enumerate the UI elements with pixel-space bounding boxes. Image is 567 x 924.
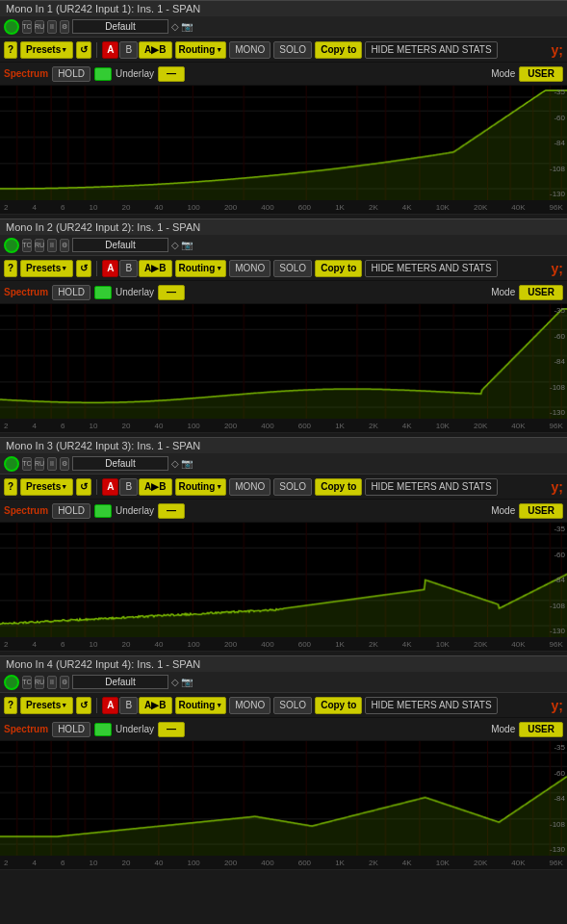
solo-button-1[interactable]: SOLO bbox=[273, 41, 312, 59]
a-button-1[interactable]: A bbox=[102, 41, 118, 59]
preset-name-1[interactable]: Default bbox=[72, 19, 168, 34]
mono-button-4[interactable]: MONO bbox=[229, 697, 271, 714]
b-button-1[interactable]: B bbox=[119, 41, 138, 59]
copyto-button-2[interactable]: Copy to bbox=[315, 260, 362, 277]
separator1-4 bbox=[96, 698, 97, 713]
preset-name-4[interactable]: Default bbox=[72, 675, 168, 689]
presets-button-4[interactable]: Presets ▼ bbox=[20, 697, 73, 714]
ab-group-2: A B A▶B bbox=[102, 260, 171, 277]
mode-button-3[interactable]: USER bbox=[519, 503, 563, 519]
tb-btn1-1[interactable]: TC bbox=[22, 20, 32, 34]
camera-icon-1[interactable]: 📷 bbox=[181, 21, 193, 32]
hold-button-1[interactable]: HOLD bbox=[52, 66, 90, 82]
tb-btn4-3[interactable]: ⚙ bbox=[60, 457, 69, 471]
a-button-2[interactable]: A bbox=[102, 260, 118, 277]
hide-button-2[interactable]: HIDE METERS AND STATS bbox=[365, 260, 497, 277]
undo-button-1[interactable]: ↺ bbox=[76, 41, 91, 59]
routing-button-2[interactable]: Routing ▼ bbox=[175, 260, 227, 277]
led-2[interactable] bbox=[94, 286, 112, 299]
mono-button-3[interactable]: MONO bbox=[229, 478, 271, 496]
help-button-4[interactable]: ? bbox=[4, 697, 17, 714]
ab-button-2[interactable]: A▶B bbox=[139, 260, 171, 277]
ab-button-1[interactable]: A▶B bbox=[139, 41, 171, 59]
mode-button-1[interactable]: USER bbox=[519, 66, 563, 82]
camera-icon-2[interactable]: 📷 bbox=[181, 240, 193, 250]
freq-axis-2: 2 4 6 10 20 40 100 200 400 600 1K 2K 4K … bbox=[0, 420, 567, 433]
b-button-2[interactable]: B bbox=[119, 260, 138, 277]
power-button-3[interactable] bbox=[4, 456, 19, 472]
undo-button-2[interactable]: ↺ bbox=[76, 260, 91, 277]
presets-button-3[interactable]: Presets ▼ bbox=[20, 478, 73, 496]
hide-button-1[interactable]: HIDE METERS AND STATS bbox=[365, 41, 497, 59]
spectrum-display-1: -35 -60 -84 -108 -130 bbox=[0, 86, 567, 201]
led-3[interactable] bbox=[94, 504, 112, 518]
routing-button-4[interactable]: Routing ▼ bbox=[175, 697, 227, 714]
b-button-4[interactable]: B bbox=[119, 697, 138, 714]
underlay-select-1[interactable]: — bbox=[158, 66, 185, 82]
routing-button-1[interactable]: Routing ▼ bbox=[175, 41, 227, 59]
tb-btn1-4[interactable]: TC bbox=[22, 676, 32, 689]
tb-btn4-4[interactable]: ⚙ bbox=[60, 676, 69, 689]
hold-button-4[interactable]: HOLD bbox=[52, 722, 90, 737]
preset-name-3[interactable]: Default bbox=[72, 456, 168, 471]
underlay-select-3[interactable]: — bbox=[158, 503, 185, 519]
b-button-3[interactable]: B bbox=[119, 478, 138, 496]
undo-button-4[interactable]: ↺ bbox=[76, 697, 91, 714]
help-button-3[interactable]: ? bbox=[4, 478, 17, 496]
hide-button-3[interactable]: HIDE METERS AND STATS bbox=[365, 478, 497, 496]
ab-button-4[interactable]: A▶B bbox=[139, 697, 171, 714]
presets-button-1[interactable]: Presets ▼ bbox=[20, 41, 73, 59]
tb-btn3-1[interactable]: II bbox=[47, 20, 57, 34]
led-4[interactable] bbox=[94, 723, 112, 736]
power-button-2[interactable] bbox=[4, 238, 19, 253]
tb-btn1-2[interactable]: TC bbox=[22, 239, 32, 252]
presets-button-2[interactable]: Presets ▼ bbox=[20, 260, 73, 277]
mono-button-1[interactable]: MONO bbox=[229, 41, 271, 59]
tb-btn2-4[interactable]: RU bbox=[35, 676, 44, 689]
underlay-select-4[interactable]: — bbox=[158, 722, 185, 737]
underlay-label-4: Underlay bbox=[116, 724, 154, 734]
power-button-4[interactable] bbox=[4, 675, 19, 690]
undo-button-3[interactable]: ↺ bbox=[76, 478, 91, 496]
camera-icon-3[interactable]: 📷 bbox=[181, 458, 193, 469]
ab-button-3[interactable]: A▶B bbox=[139, 478, 171, 496]
help-button-1[interactable]: ? bbox=[4, 41, 17, 59]
tb-btn1-3[interactable]: TC bbox=[22, 457, 32, 471]
preset-name-2[interactable]: Default bbox=[72, 238, 168, 252]
spectrum-display-2: -35 -60 -84 -108 -130 bbox=[0, 304, 567, 420]
db-label-108-3: -108 bbox=[542, 602, 565, 610]
camera-icon-4[interactable]: 📷 bbox=[181, 677, 193, 687]
routing-button-3[interactable]: Routing ▼ bbox=[175, 478, 227, 496]
db-label-84-3: -84 bbox=[542, 576, 565, 584]
copyto-button-3[interactable]: Copy to bbox=[315, 478, 362, 496]
led-1[interactable] bbox=[94, 67, 112, 81]
solo-button-2[interactable]: SOLO bbox=[273, 260, 312, 277]
toolbar-1: ? Presets ▼ ↺ A B A▶B Routing ▼ MONO SOL… bbox=[0, 38, 567, 63]
diamond-icon-3: ◇ bbox=[171, 458, 179, 469]
hold-button-2[interactable]: HOLD bbox=[52, 285, 90, 300]
tb-btn2-1[interactable]: RU bbox=[35, 20, 44, 34]
help-button-2[interactable]: ? bbox=[4, 260, 17, 277]
tb-btn3-4[interactable]: II bbox=[47, 676, 57, 689]
underlay-select-2[interactable]: — bbox=[158, 285, 185, 300]
mode-button-4[interactable]: USER bbox=[519, 722, 563, 737]
tb-btn2-2[interactable]: RU bbox=[35, 239, 44, 252]
hide-button-4[interactable]: HIDE METERS AND STATS bbox=[365, 697, 497, 714]
y-logo-2: y; bbox=[552, 261, 563, 276]
copyto-button-4[interactable]: Copy to bbox=[315, 697, 362, 714]
copyto-button-1[interactable]: Copy to bbox=[315, 41, 362, 59]
tb-btn3-2[interactable]: II bbox=[47, 239, 57, 252]
db-label-84-4: -84 bbox=[542, 794, 565, 803]
a-button-3[interactable]: A bbox=[102, 478, 118, 496]
mono-button-2[interactable]: MONO bbox=[229, 260, 271, 277]
solo-button-3[interactable]: SOLO bbox=[273, 478, 312, 496]
tb-btn4-1[interactable]: ⚙ bbox=[60, 20, 69, 34]
hold-button-3[interactable]: HOLD bbox=[52, 503, 90, 519]
a-button-4[interactable]: A bbox=[102, 697, 118, 714]
tb-btn4-2[interactable]: ⚙ bbox=[60, 239, 69, 252]
tb-btn3-3[interactable]: II bbox=[47, 457, 57, 471]
power-button-1[interactable] bbox=[4, 19, 19, 35]
solo-button-4[interactable]: SOLO bbox=[273, 697, 312, 714]
mode-button-2[interactable]: USER bbox=[519, 285, 563, 300]
tb-btn2-3[interactable]: RU bbox=[35, 457, 44, 471]
